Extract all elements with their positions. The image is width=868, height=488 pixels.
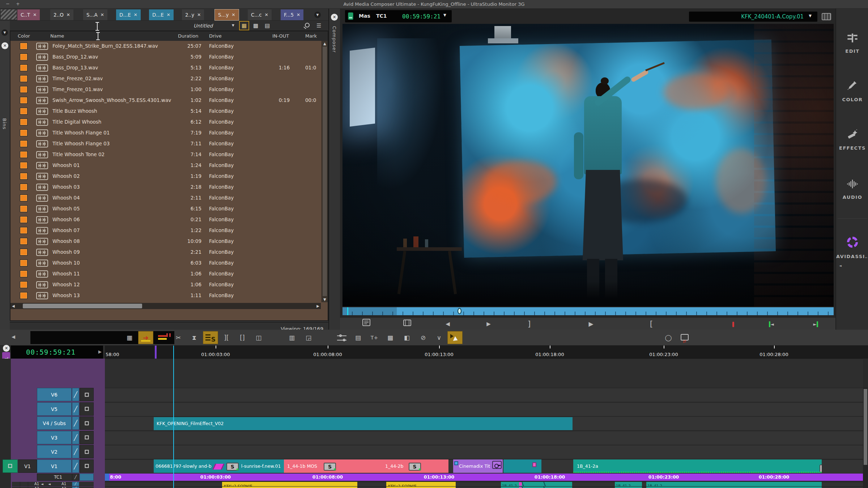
clip-color-swatch[interactable] <box>20 129 27 136</box>
record-track-button-5[interactable]: V2 <box>37 445 72 458</box>
bin-row[interactable]: Whoosh 10 6:03 FalconBay <box>10 258 321 269</box>
disable-icon[interactable]: ⊘ <box>416 331 431 344</box>
clip-color-swatch[interactable] <box>20 238 27 245</box>
audio-clip-teal[interactable]: 1B_41-2 <box>501 482 572 486</box>
track-row-V2[interactable] <box>105 445 863 459</box>
clip-name[interactable]: Whoosh 01 <box>52 162 80 168</box>
bin-row[interactable]: Whoosh 13 1:11 FalconBay <box>10 290 321 301</box>
track-row-V5[interactable] <box>105 402 863 416</box>
column-name[interactable]: Name <box>50 33 64 39</box>
record-mark-icon[interactable] <box>727 318 740 329</box>
bin-row[interactable]: Bass_Drop_13.wav 5:13 FalconBay 1:16 01:… <box>10 63 321 73</box>
bin-vertical-scrollbar[interactable]: ▲ ▼ <box>322 41 328 302</box>
bin-horizontal-scrollbar[interactable]: ◀ ▶ <box>10 303 321 309</box>
track-pencil-icon[interactable]: ╱ <box>72 431 79 444</box>
splice-in-icon[interactable]: ➜ <box>138 331 153 344</box>
track-monitor-button[interactable] <box>80 388 94 401</box>
audio-clip-yellow[interactable]: KFKv2 SOPHIE <box>222 482 357 486</box>
clip-name[interactable]: Whoosh 04 <box>52 195 80 201</box>
title-bar[interactable]: − + Avid Media Composer Ultimate - KungF… <box>0 0 868 9</box>
bin-row[interactable]: Whoosh 09 2:21 FalconBay <box>10 247 321 258</box>
scroll-up-icon[interactable]: ▲ <box>323 42 326 46</box>
sidebar-item-color[interactable]: COLOR <box>836 80 868 102</box>
go-to-in-icon[interactable]: ◄ <box>765 318 778 329</box>
clip-color-swatch[interactable] <box>20 227 27 234</box>
tc-play-icon[interactable]: ▶ <box>98 349 102 354</box>
clip-color-swatch[interactable] <box>20 108 27 115</box>
clip-name[interactable]: Title Buzz Whoosh <box>52 108 97 114</box>
tab-close-icon[interactable]: ✕ <box>265 12 268 17</box>
clip-name[interactable]: Time_Freeze_01.wav <box>52 86 103 92</box>
step-forward-icon[interactable]: ▶ <box>482 318 495 329</box>
film-icon[interactable] <box>401 318 414 329</box>
clip-v1-cinemadix-title[interactable]: Cinemadix Tit <box>453 459 503 473</box>
clip-v4-film-effect[interactable]: KFK_OPENING_FilmEffect_V02 <box>154 417 573 430</box>
clip-name[interactable]: Bass_Drop_12.wav <box>52 54 98 60</box>
record-track-button-3[interactable]: V4 / Subs <box>37 416 72 430</box>
track-pencil-icon[interactable]: ╱ <box>72 416 79 430</box>
tab-overflow-button[interactable]: ▼ <box>314 12 321 18</box>
column-color[interactable]: Color <box>18 33 30 39</box>
record-audio-label[interactable]: A1 <box>61 482 66 486</box>
source-audio-label[interactable]: A1 <box>34 482 39 486</box>
clip-v1-teal-tail[interactable] <box>503 459 541 473</box>
clip-name[interactable]: Whoosh 02 <box>52 173 80 179</box>
bin-row[interactable]: Whoosh 11 1:06 FalconBay <box>10 269 321 279</box>
bin-tab[interactable]: C...c✕ <box>248 9 272 20</box>
monitor-position-bar[interactable] <box>342 307 834 315</box>
clip-name[interactable]: Bass_Drop_13.wav <box>52 65 98 70</box>
drag-handle[interactable] <box>1 9 17 20</box>
column-mark[interactable]: Mark <box>305 33 317 39</box>
audio-clip-teal[interactable]: 1B_41-2 <box>615 482 642 486</box>
track-monitor-button[interactable] <box>80 445 94 458</box>
timeline-vertical-scrollbar[interactable] <box>863 388 868 488</box>
bin-tab[interactable]: 2..O✕ <box>50 9 73 20</box>
bin-tab[interactable]: S...A✕ <box>83 9 107 20</box>
bin-menu-hamburger-icon[interactable]: ☰ <box>316 23 321 29</box>
clip-color-swatch[interactable] <box>20 260 27 266</box>
title-tool-icon[interactable]: T+ <box>367 331 382 344</box>
clip-color-swatch[interactable] <box>20 75 27 82</box>
bin-tab[interactable]: 2..y✕ <box>182 9 204 20</box>
clip-color-swatch[interactable] <box>20 281 27 288</box>
clip-color-swatch[interactable] <box>20 205 27 212</box>
trim-mode-icon[interactable]: ⧗ <box>187 331 202 344</box>
clip-name[interactable]: Whoosh 07 <box>52 227 80 233</box>
position-playhead[interactable] <box>347 307 348 315</box>
bin-close-icon[interactable]: ✕ <box>1 42 8 49</box>
bin-row[interactable]: Whoosh 06 0:21 FalconBay <box>10 214 321 225</box>
bin-row[interactable]: Whoosh 02 1:19 FalconBay <box>10 171 321 182</box>
record-monitor-header[interactable]: Mas TC1 00:59:59:21 ▼ <box>345 10 452 22</box>
bin-row[interactable]: Whoosh 01 1:24 FalconBay <box>10 160 321 171</box>
column-drive[interactable]: Drive <box>209 33 222 39</box>
timeline-playhead[interactable] <box>173 346 174 488</box>
track-monitor-button[interactable] <box>80 459 94 473</box>
column-resize-cursor[interactable] <box>98 32 98 40</box>
clip-name[interactable]: Whoosh 03 <box>52 184 80 190</box>
bin-row[interactable]: Title Buzz Whoosh 5:14 FalconBay <box>10 106 321 117</box>
source-audio-label[interactable]: A2 <box>34 487 39 488</box>
resize-icon[interactable]: ◲ <box>301 331 316 344</box>
track-monitor-button[interactable] <box>80 402 94 416</box>
clip-color-swatch[interactable] <box>20 86 27 93</box>
bin-row[interactable]: Time_Freeze_01.wav 1:00 FalconBay <box>10 84 321 95</box>
audio-clip-yellow[interactable]: KFKv2 SOPHIE <box>386 487 456 488</box>
track-monitor-button[interactable] <box>80 431 94 444</box>
film-play-icon[interactable]: ◧ <box>399 331 414 344</box>
text-view-icon[interactable]: ▦ <box>240 22 248 30</box>
clip-name[interactable]: Title Whoosh Tone 02 <box>52 151 105 157</box>
bin-tab[interactable]: C..T✕ <box>17 9 40 20</box>
segment-select-icon[interactable]: S <box>203 331 218 344</box>
preset-dropdown-icon[interactable]: ▼ <box>232 23 234 27</box>
clip-name[interactable]: Title Digital Whoosh <box>52 119 101 125</box>
audio-clip-teal[interactable]: 1B_41-2 <box>615 487 642 488</box>
sidebar-item-avid_assist[interactable]: AVIDASSI... <box>836 236 868 259</box>
bin-tab[interactable]: D...E✕ <box>149 9 174 20</box>
audio-clip-teal[interactable]: 1B_41-2 <box>646 482 822 486</box>
search-icon[interactable] <box>305 23 310 27</box>
clip-name[interactable]: Foley_Match_Strike_Burn_02.ESS.1847.wav <box>52 43 158 49</box>
grid-icon[interactable]: ▦ <box>122 331 137 344</box>
tab-close-icon[interactable]: ✕ <box>101 12 104 17</box>
overwrite-icon[interactable] <box>155 331 170 344</box>
tab-close-icon[interactable]: ✕ <box>231 12 235 17</box>
